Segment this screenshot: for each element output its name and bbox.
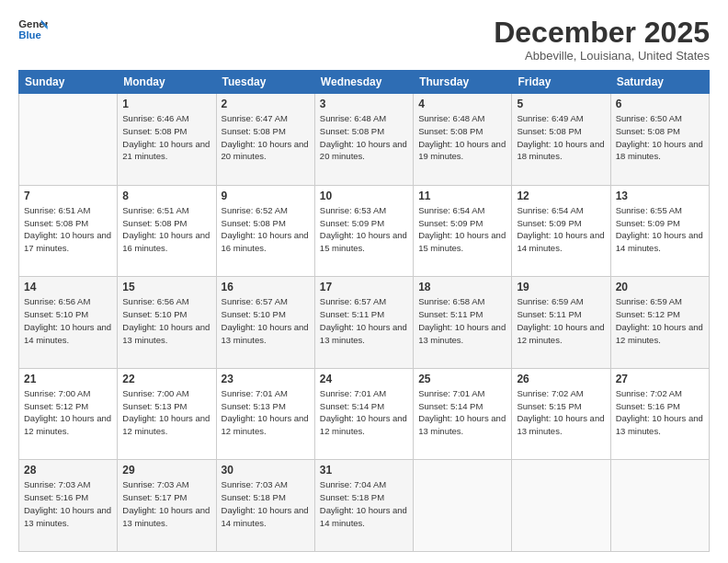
day-number: 18 <box>418 281 506 293</box>
calendar-table: Sunday Monday Tuesday Wednesday Thursday… <box>18 70 710 552</box>
day-number: 13 <box>616 190 704 202</box>
title-block: December 2025 Abbeville, Louisiana, Unit… <box>494 17 710 63</box>
day-info: Sunrise: 6:54 AM Sunset: 5:09 PM Dayligh… <box>418 204 506 255</box>
day-number: 25 <box>418 373 506 385</box>
header-thursday: Thursday <box>414 71 512 94</box>
day-info: Sunrise: 6:58 AM Sunset: 5:11 PM Dayligh… <box>418 295 506 346</box>
calendar-cell: 30Sunrise: 7:03 AM Sunset: 5:18 PM Dayli… <box>216 460 314 552</box>
day-number: 14 <box>24 281 112 293</box>
day-info: Sunrise: 7:01 AM Sunset: 5:14 PM Dayligh… <box>320 387 408 438</box>
calendar-cell: 24Sunrise: 7:01 AM Sunset: 5:14 PM Dayli… <box>314 368 413 460</box>
day-number: 7 <box>24 190 112 202</box>
calendar-cell: 6Sunrise: 6:50 AM Sunset: 5:08 PM Daylig… <box>610 94 709 186</box>
calendar-week-row: 1Sunrise: 6:46 AM Sunset: 5:08 PM Daylig… <box>19 94 710 186</box>
calendar-cell: 21Sunrise: 7:00 AM Sunset: 5:12 PM Dayli… <box>19 368 118 460</box>
day-info: Sunrise: 6:56 AM Sunset: 5:10 PM Dayligh… <box>122 295 210 346</box>
calendar-cell: 28Sunrise: 7:03 AM Sunset: 5:16 PM Dayli… <box>19 460 118 552</box>
calendar-cell <box>512 460 610 552</box>
day-number: 11 <box>418 190 506 202</box>
day-info: Sunrise: 7:00 AM Sunset: 5:13 PM Dayligh… <box>122 387 210 438</box>
days-header-row: Sunday Monday Tuesday Wednesday Thursday… <box>19 71 710 94</box>
day-info: Sunrise: 6:49 AM Sunset: 5:08 PM Dayligh… <box>517 112 605 163</box>
day-number: 27 <box>616 373 704 385</box>
day-number: 31 <box>320 464 408 477</box>
day-info: Sunrise: 7:00 AM Sunset: 5:12 PM Dayligh… <box>24 387 112 438</box>
calendar-page: General Blue December 2025 Abbeville, Lo… <box>0 0 728 563</box>
calendar-cell: 9Sunrise: 6:52 AM Sunset: 5:08 PM Daylig… <box>216 185 314 277</box>
calendar-cell: 10Sunrise: 6:53 AM Sunset: 5:09 PM Dayli… <box>314 185 413 277</box>
day-number: 20 <box>616 281 704 293</box>
day-info: Sunrise: 6:59 AM Sunset: 5:12 PM Dayligh… <box>616 295 704 346</box>
logo: General Blue <box>18 17 48 42</box>
day-info: Sunrise: 6:50 AM Sunset: 5:08 PM Dayligh… <box>616 112 704 163</box>
calendar-cell: 26Sunrise: 7:02 AM Sunset: 5:15 PM Dayli… <box>512 368 610 460</box>
day-info: Sunrise: 6:47 AM Sunset: 5:08 PM Dayligh… <box>222 112 310 163</box>
calendar-cell: 16Sunrise: 6:57 AM Sunset: 5:10 PM Dayli… <box>216 277 314 369</box>
day-number: 9 <box>222 190 310 202</box>
calendar-cell: 8Sunrise: 6:51 AM Sunset: 5:08 PM Daylig… <box>118 185 216 277</box>
day-info: Sunrise: 6:55 AM Sunset: 5:09 PM Dayligh… <box>616 204 704 255</box>
day-info: Sunrise: 6:59 AM Sunset: 5:11 PM Dayligh… <box>517 295 605 346</box>
calendar-week-row: 21Sunrise: 7:00 AM Sunset: 5:12 PM Dayli… <box>19 368 710 460</box>
day-info: Sunrise: 6:48 AM Sunset: 5:08 PM Dayligh… <box>418 112 506 163</box>
calendar-cell: 1Sunrise: 6:46 AM Sunset: 5:08 PM Daylig… <box>118 94 216 186</box>
day-info: Sunrise: 7:03 AM Sunset: 5:16 PM Dayligh… <box>24 478 112 529</box>
calendar-cell: 20Sunrise: 6:59 AM Sunset: 5:12 PM Dayli… <box>610 277 709 369</box>
header-friday: Friday <box>512 71 610 94</box>
calendar-cell: 7Sunrise: 6:51 AM Sunset: 5:08 PM Daylig… <box>19 185 118 277</box>
day-number: 21 <box>24 373 112 385</box>
day-info: Sunrise: 7:01 AM Sunset: 5:14 PM Dayligh… <box>418 387 506 438</box>
svg-text:Blue: Blue <box>18 29 41 40</box>
header-saturday: Saturday <box>610 71 709 94</box>
day-info: Sunrise: 6:51 AM Sunset: 5:08 PM Dayligh… <box>24 204 112 255</box>
calendar-cell: 2Sunrise: 6:47 AM Sunset: 5:08 PM Daylig… <box>216 94 314 186</box>
day-info: Sunrise: 7:02 AM Sunset: 5:15 PM Dayligh… <box>517 387 605 438</box>
month-title: December 2025 <box>494 17 710 49</box>
calendar-cell: 12Sunrise: 6:54 AM Sunset: 5:09 PM Dayli… <box>512 185 610 277</box>
day-number: 8 <box>122 190 210 202</box>
calendar-cell <box>610 460 709 552</box>
location: Abbeville, Louisiana, United States <box>494 49 710 63</box>
day-number: 26 <box>517 373 605 385</box>
day-info: Sunrise: 6:53 AM Sunset: 5:09 PM Dayligh… <box>320 204 408 255</box>
calendar-cell: 25Sunrise: 7:01 AM Sunset: 5:14 PM Dayli… <box>414 368 512 460</box>
day-number: 10 <box>320 190 408 202</box>
day-info: Sunrise: 6:48 AM Sunset: 5:08 PM Dayligh… <box>320 112 408 163</box>
day-info: Sunrise: 6:54 AM Sunset: 5:09 PM Dayligh… <box>517 204 605 255</box>
calendar-cell: 11Sunrise: 6:54 AM Sunset: 5:09 PM Dayli… <box>414 185 512 277</box>
header-monday: Monday <box>118 71 216 94</box>
calendar-cell: 14Sunrise: 6:56 AM Sunset: 5:10 PM Dayli… <box>19 277 118 369</box>
logo-icon: General Blue <box>18 17 48 42</box>
day-number: 6 <box>616 98 704 110</box>
calendar-cell: 31Sunrise: 7:04 AM Sunset: 5:18 PM Dayli… <box>314 460 413 552</box>
day-number: 4 <box>418 98 506 110</box>
calendar-cell: 4Sunrise: 6:48 AM Sunset: 5:08 PM Daylig… <box>414 94 512 186</box>
calendar-cell: 22Sunrise: 7:00 AM Sunset: 5:13 PM Dayli… <box>118 368 216 460</box>
day-number: 19 <box>517 281 605 293</box>
day-info: Sunrise: 6:51 AM Sunset: 5:08 PM Dayligh… <box>122 204 210 255</box>
header-tuesday: Tuesday <box>216 71 314 94</box>
day-info: Sunrise: 6:57 AM Sunset: 5:10 PM Dayligh… <box>222 295 310 346</box>
day-info: Sunrise: 7:03 AM Sunset: 5:17 PM Dayligh… <box>122 478 210 529</box>
calendar-week-row: 7Sunrise: 6:51 AM Sunset: 5:08 PM Daylig… <box>19 185 710 277</box>
calendar-cell: 3Sunrise: 6:48 AM Sunset: 5:08 PM Daylig… <box>314 94 413 186</box>
day-number: 16 <box>222 281 310 293</box>
day-info: Sunrise: 6:56 AM Sunset: 5:10 PM Dayligh… <box>24 295 112 346</box>
day-info: Sunrise: 6:57 AM Sunset: 5:11 PM Dayligh… <box>320 295 408 346</box>
day-info: Sunrise: 6:52 AM Sunset: 5:08 PM Dayligh… <box>222 204 310 255</box>
page-header: General Blue December 2025 Abbeville, Lo… <box>18 17 710 63</box>
day-number: 15 <box>122 281 210 293</box>
day-info: Sunrise: 7:01 AM Sunset: 5:13 PM Dayligh… <box>222 387 310 438</box>
calendar-week-row: 28Sunrise: 7:03 AM Sunset: 5:16 PM Dayli… <box>19 460 710 552</box>
day-number: 17 <box>320 281 408 293</box>
calendar-cell: 15Sunrise: 6:56 AM Sunset: 5:10 PM Dayli… <box>118 277 216 369</box>
day-info: Sunrise: 7:03 AM Sunset: 5:18 PM Dayligh… <box>222 478 310 529</box>
day-number: 12 <box>517 190 605 202</box>
calendar-cell <box>414 460 512 552</box>
day-number: 23 <box>222 373 310 385</box>
day-number: 28 <box>24 464 112 477</box>
day-info: Sunrise: 7:02 AM Sunset: 5:16 PM Dayligh… <box>616 387 704 438</box>
calendar-cell <box>19 94 118 186</box>
day-number: 1 <box>122 98 210 110</box>
day-number: 30 <box>222 464 310 477</box>
